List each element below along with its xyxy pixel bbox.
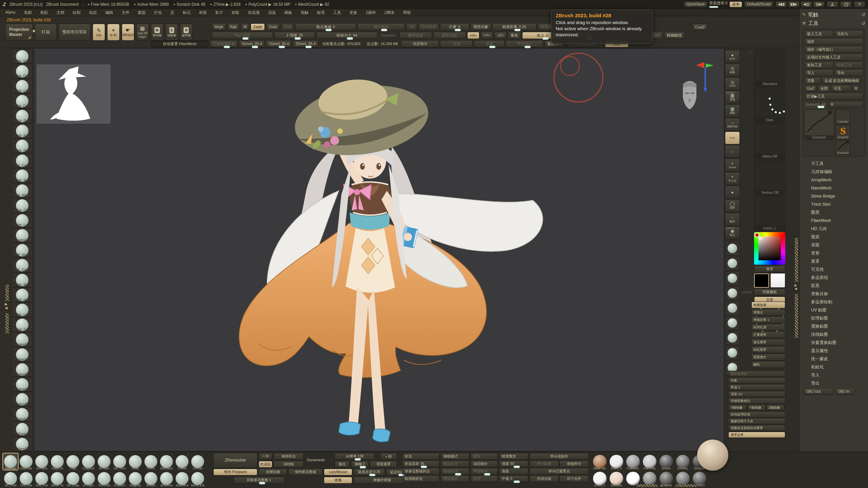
saturation-square[interactable]	[758, 237, 781, 260]
secondary-color-swatch[interactable]	[770, 273, 785, 288]
brush-thumbnail[interactable]: Orb_Lin	[12, 213, 33, 228]
curve-button[interactable]: 曲线模式	[441, 453, 469, 460]
slider-handle[interactable]	[326, 29, 332, 31]
nav-button[interactable]	[725, 145, 740, 158]
brush-thumbnail[interactable]: Orb_Sla	[12, 138, 33, 153]
brush-thumbnail[interactable]: 8 SK_Ribo	[12, 183, 33, 198]
select-brush-thumbnail[interactable]: SelectLa	[741, 62, 753, 74]
tray-brush-thumbnail[interactable]: Morph	[143, 470, 159, 487]
nav-button[interactable]: 局部对称	[725, 118, 740, 131]
shelf-control[interactable]: Z 强度25	[274, 32, 315, 39]
brush-thumbnail[interactable]: Paint	[12, 422, 33, 436]
menu-item[interactable]: 渲染	[264, 9, 279, 15]
shelf-control[interactable]: 平滑细分	[506, 40, 543, 47]
mirror-button[interactable]: 镜像	[324, 477, 352, 484]
close-button[interactable]: ✕	[854, 1, 865, 7]
slider-handle[interactable]	[252, 46, 258, 48]
tray-brush-thumbnail[interactable]: Orb_Cra	[34, 470, 50, 487]
tray-brush-thumbnail[interactable]: DamSta	[18, 453, 34, 470]
geometry-button[interactable]: 凝化遮罩	[751, 339, 785, 346]
menu-item[interactable]: 灯光	[151, 9, 165, 15]
tool-action-button[interactable]: 从项目文件载入工具	[804, 54, 863, 61]
slider-handle[interactable]	[347, 37, 353, 40]
utility-button[interactable]: Z轴镜像	[766, 405, 785, 411]
utility-button[interactable]: X轴镜像	[728, 405, 747, 411]
select-brush-thumbnail[interactable]: KnifeRe	[741, 221, 753, 233]
menu-item[interactable]: 变换	[346, 9, 360, 15]
shelf-control[interactable]: >Y<	[481, 32, 493, 39]
brush-thumbnail[interactable]: Standar	[12, 407, 33, 422]
brush-thumbnail[interactable]: Smooth	[12, 377, 33, 392]
tray-brush-thumbnail[interactable]: ? MalletFa	[174, 470, 190, 487]
shelf-control[interactable]: 绘制大小64	[316, 32, 377, 39]
select-brush-thumbnail[interactable]: GP 抓取	[741, 282, 753, 294]
tray-brush-thumbnail[interactable]: Move To	[50, 470, 65, 487]
nav-button[interactable]: 100%	[725, 77, 740, 90]
brush-thumbnail[interactable]: Orb_rub	[12, 302, 33, 317]
subpalette-item[interactable]: Thick Skin	[802, 200, 865, 208]
menu-item[interactable]: Z脚本	[381, 9, 398, 15]
subpalette-item[interactable]: 导出	[802, 379, 865, 387]
menu-item[interactable]: 拾取	[228, 9, 243, 15]
tray-brush-thumbnail[interactable]: ? SK_Clay	[65, 470, 81, 487]
tray-brush-thumbnail[interactable]: Inflat	[127, 453, 143, 470]
tray-brush-thumbnail[interactable]: TrimAda	[96, 470, 112, 487]
menu-item[interactable]: 笔触	[297, 9, 312, 15]
subdiv-button[interactable]: 动态细分	[471, 461, 498, 467]
adaptive-button[interactable]: 自适应	[259, 461, 272, 468]
split-button[interactable]: 按组拆分	[559, 461, 589, 467]
select-brush-thumbnail[interactable]: 13 Chisel3D	[741, 245, 753, 257]
menu-item[interactable]: Alpha	[2, 9, 19, 15]
zscript-button[interactable]: DefaultZScript	[744, 1, 773, 7]
recent-tool-thumbnail[interactable]: S SimpleE	[835, 125, 850, 139]
tray-brush-thumbnail[interactable]: ? SK_Clot	[3, 470, 18, 487]
tray-brush-thumbnail[interactable]: Move Ela	[190, 470, 205, 487]
tool-action-button[interactable]: 导入	[804, 69, 833, 76]
current-stroke-thumbnail[interactable]: Dots	[754, 88, 785, 123]
select-brush-thumbnail[interactable]: Standar	[741, 172, 753, 184]
slider-handle[interactable]	[305, 46, 312, 48]
shelf-control[interactable]: 校准距离0.25	[492, 23, 536, 30]
material-thumbnail[interactable]: SkinSha	[608, 470, 625, 487]
geometry-button[interactable]: 焊接点	[751, 309, 785, 316]
material-thumbnail[interactable]: Basic Ma	[591, 453, 608, 470]
brush-thumbnail[interactable]: Smooth	[12, 347, 33, 362]
shelf-control[interactable]: 当前激活点数:476,802	[320, 40, 363, 47]
crease-button[interactable]: 折边容差45	[402, 461, 439, 467]
brush-thumbnail[interactable]: Orb_Cu	[12, 317, 33, 332]
shelf-control[interactable]: Mrgb	[212, 23, 226, 30]
subdiv-button[interactable]: 平滑细分	[471, 468, 498, 475]
utility-button[interactable]: 开卷	[728, 378, 785, 384]
nav-button[interactable]: 幽灵	[725, 213, 740, 226]
utility-button[interactable]: 变形 UV	[728, 391, 785, 397]
subpalette-item[interactable]: 可见性	[802, 265, 865, 273]
keep-groups-button[interactable]: 保持多边形组	[289, 469, 322, 475]
geometry-button[interactable]: 扩展遮罩	[751, 331, 785, 338]
shelf-control[interactable]: 自动遮罩 FiberMesh	[151, 40, 209, 47]
shelf-control[interactable]: Zadd	[251, 23, 264, 30]
quicksave-button[interactable]: QuickSave	[684, 1, 707, 7]
blur-slider[interactable]: 模糊 2	[351, 461, 369, 468]
brush-thumbnail[interactable]: ? MoveF	[12, 436, 33, 451]
current-texture-thumbnail[interactable]: Texture Off	[754, 160, 785, 196]
tool-action-button[interactable]: 复制工具	[804, 62, 833, 68]
menu-item[interactable]: 宏	[167, 9, 178, 15]
nav-button[interactable]: 透明	[725, 199, 740, 212]
select-brush-thumbnail[interactable]: KnifeLa	[741, 209, 753, 221]
menu-item[interactable]: 材质	[196, 9, 210, 15]
shelf-control[interactable]: 焦点衰减0	[295, 23, 356, 30]
select-brush-thumbnail[interactable]: CurveSt	[741, 258, 753, 269]
subpalette-item[interactable]: 纹理贴图	[802, 314, 865, 322]
quick-brush-thumbnail[interactable]: ▶ sm_iM	[725, 346, 740, 360]
quick-brush-thumbnail[interactable]: 8 FB_curl	[725, 286, 740, 300]
brush-thumbnail[interactable]: Orb_Ro	[12, 168, 33, 183]
tray-brush-thumbnail[interactable]: Clay	[65, 453, 81, 470]
subdiv-button[interactable]: 删除	[471, 453, 498, 460]
subpalette-item[interactable]: 显示属性	[802, 347, 865, 355]
utility-button[interactable]: 存储变换拷贝	[728, 398, 785, 404]
material-thumbnail[interactable]: Flat Colo	[641, 453, 658, 470]
document-title[interactable]: ZBrush Document	[46, 2, 79, 7]
mode-button[interactable]: 旋转轴	[180, 24, 193, 41]
crease-button[interactable]: 按多边形组折边	[402, 468, 439, 475]
cust2-button[interactable]: Cust2	[692, 24, 708, 30]
